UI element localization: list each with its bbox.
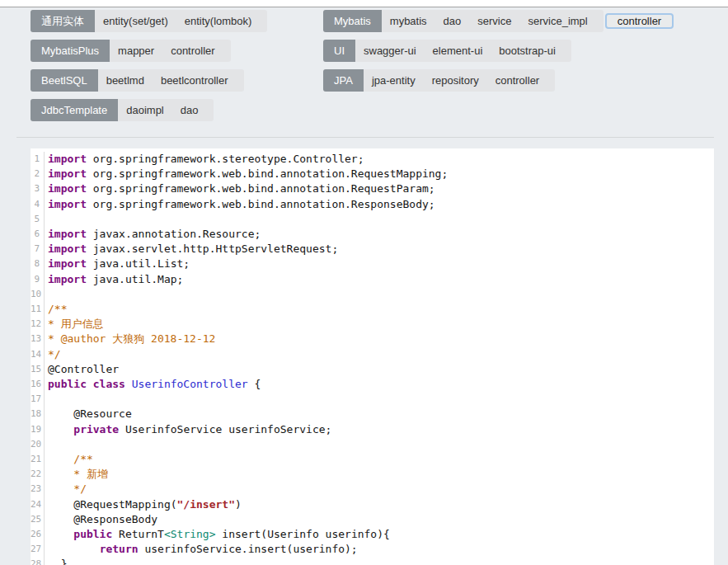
line-number: 16: [31, 377, 45, 392]
code-token-kw: import: [48, 228, 87, 240]
toolbar-item-dao[interactable]: dao: [444, 15, 462, 27]
code-line: 4import org.springframework.web.bind.ann…: [31, 197, 714, 212]
code-token-pl: {: [248, 378, 261, 390]
code-text: return userinfoService.insert(userinfo);: [45, 542, 358, 557]
code-token-pl: @ResponseBody: [48, 513, 157, 525]
line-number: 5: [31, 212, 45, 227]
toolbar-item-daoimpl[interactable]: daoimpl: [126, 104, 164, 116]
code-line: 9import java.util.Map;: [31, 272, 714, 287]
code-text: /**: [45, 452, 93, 467]
code-token-pl: javax.servlet.http.HttpServletRequest;: [87, 242, 338, 255]
group-label-mybatisplus: MybatisPlus: [31, 40, 110, 62]
line-number: 15: [31, 362, 45, 377]
line-number: 10: [31, 287, 45, 302]
code-token-cm: */: [48, 348, 61, 360]
group-label-jpa: JPA: [323, 69, 364, 92]
group-label-ui: UI: [323, 40, 355, 62]
line-number: 9: [31, 272, 45, 287]
code-text: */: [45, 482, 87, 497]
toolbar-item-service[interactable]: service: [477, 15, 511, 27]
toolbar-item-beetlcontroller[interactable]: beetlcontroller: [161, 74, 228, 87]
button-group-mybatisplus: MybatisPlusmappercontroller: [31, 40, 323, 62]
line-number: 8: [31, 257, 45, 271]
code-line: 15@Controller: [31, 362, 714, 377]
code-token-kw: public class: [48, 378, 125, 390]
code-token-cm: /**: [48, 453, 93, 465]
toolbar-item-bootstrap-ui[interactable]: bootstrap-ui: [499, 45, 556, 57]
code-text: [45, 392, 48, 407]
code-token-kw: return: [100, 543, 139, 555]
code-token-gen: <String>: [164, 528, 216, 540]
toolbar-item-controller-selected[interactable]: controller: [605, 13, 674, 29]
code-token-pl: org.springframework.web.bind.annotation.…: [87, 167, 448, 180]
code-token-pl: [48, 528, 73, 540]
button-group-beetlsql: BeetlSQLbeetlmdbeetlcontroller: [31, 69, 323, 92]
code-line: 8import java.util.List;: [31, 257, 714, 271]
code-line: 25 @ResponseBody: [31, 512, 714, 527]
code-token-kw: import: [48, 153, 87, 165]
line-number: 26: [31, 527, 45, 542]
code-text: public class UserinfoController {: [45, 377, 261, 392]
code-editor[interactable]: 1import org.springframework.stereotype.C…: [31, 148, 714, 565]
toolbar-item-repository[interactable]: repository: [432, 74, 479, 87]
code-text: import javax.servlet.http.HttpServletReq…: [45, 242, 338, 257]
code-line: 22 * 新增: [31, 467, 714, 482]
button-group-jdbctemplate: JdbcTemplatedaoimpldao: [31, 99, 323, 121]
code-token-pl: @Controller: [48, 363, 119, 375]
toolbar-item-swagger-ui[interactable]: swagger-ui: [364, 45, 416, 57]
button-group-pill: JPAjpa-entityrepositorycontroller: [323, 69, 555, 92]
button-group-pill: UIswagger-uielement-uibootstrap-ui: [323, 40, 571, 62]
code-text: @Controller: [45, 362, 119, 377]
code-token-cm: /**: [48, 303, 67, 315]
toolbar-item-controller[interactable]: controller: [496, 74, 539, 87]
code-line: 23 */: [31, 482, 714, 497]
code-token-pl: javax.annotation.Resource;: [87, 228, 261, 240]
toolbar-item-mapper[interactable]: mapper: [118, 45, 154, 57]
button-group-group-0: 通用实体entity(set/get)entity(lombok): [31, 10, 323, 32]
code-text: * @author 大狼狗 2018-12-12: [45, 332, 215, 346]
line-number: 7: [31, 242, 45, 257]
code-token-pl: userinfoService.insert(userinfo);: [139, 543, 358, 555]
button-group-pill: Mybatismybatisdaoserviceservice_impl: [323, 10, 604, 32]
code-token-pl: @RequestMapping(: [48, 498, 177, 511]
code-text: * 用户信息: [45, 317, 104, 332]
code-token-pl: UserinfoService userinfoService;: [119, 423, 331, 436]
toolbar-item-entity-set-get[interactable]: entity(set/get): [103, 15, 168, 27]
code-text: import org.springframework.web.bind.anno…: [45, 197, 435, 212]
code-token-cls: UserinfoController: [132, 378, 248, 390]
toolbar-item-mybatis[interactable]: mybatis: [390, 15, 427, 27]
code-line: 26 public ReturnT<String> insert(Userinf…: [31, 527, 714, 542]
toolbar-item-dao[interactable]: dao: [181, 104, 199, 116]
code-token-pl: }: [48, 558, 67, 565]
line-number: 19: [31, 422, 45, 437]
code-text: @ResponseBody: [45, 512, 157, 527]
toolbar-item-service-impl[interactable]: service_impl: [528, 15, 587, 27]
code-token-kw: import: [48, 167, 87, 180]
code-text: @RequestMapping("/insert"): [45, 497, 242, 512]
line-number: 2: [31, 167, 45, 181]
toolbar-item-jpa-entity[interactable]: jpa-entity: [372, 74, 416, 87]
code-line: 6import javax.annotation.Resource;: [31, 227, 714, 242]
toolbar-item-beetlmd[interactable]: beetlmd: [106, 74, 144, 87]
code-text: * 新增: [45, 467, 108, 482]
code-token-kw: import: [48, 257, 87, 270]
toolbar-item-entity-lombok[interactable]: entity(lombok): [185, 15, 252, 27]
code-text: /**: [45, 302, 67, 317]
code-token-kw: private: [73, 423, 119, 436]
code-text: [45, 287, 48, 302]
code-line: 5: [31, 212, 714, 227]
toolbar-item-element-ui[interactable]: element-ui: [433, 45, 483, 57]
group-label-mybatis: Mybatis: [323, 10, 382, 32]
code-token-pl: [125, 378, 132, 390]
code-text: }: [45, 557, 67, 565]
code-line: 11/**: [31, 302, 714, 317]
group-label-beetlsql: BeetlSQL: [31, 69, 98, 92]
button-group-pill: BeetlSQLbeetlmdbeetlcontroller: [31, 69, 244, 92]
code-token-kw: import: [48, 242, 87, 255]
button-group-pill: MybatisPlusmappercontroller: [31, 40, 231, 62]
button-group-pill: 通用实体entity(set/get)entity(lombok): [31, 10, 267, 32]
button-group-mybatis: Mybatismybatisdaoserviceservice_implcont…: [323, 10, 674, 32]
code-lines: 1import org.springframework.stereotype.C…: [31, 152, 714, 565]
button-group-ui: UIswagger-uielement-uibootstrap-ui: [323, 40, 674, 62]
toolbar-item-controller[interactable]: controller: [171, 45, 214, 57]
